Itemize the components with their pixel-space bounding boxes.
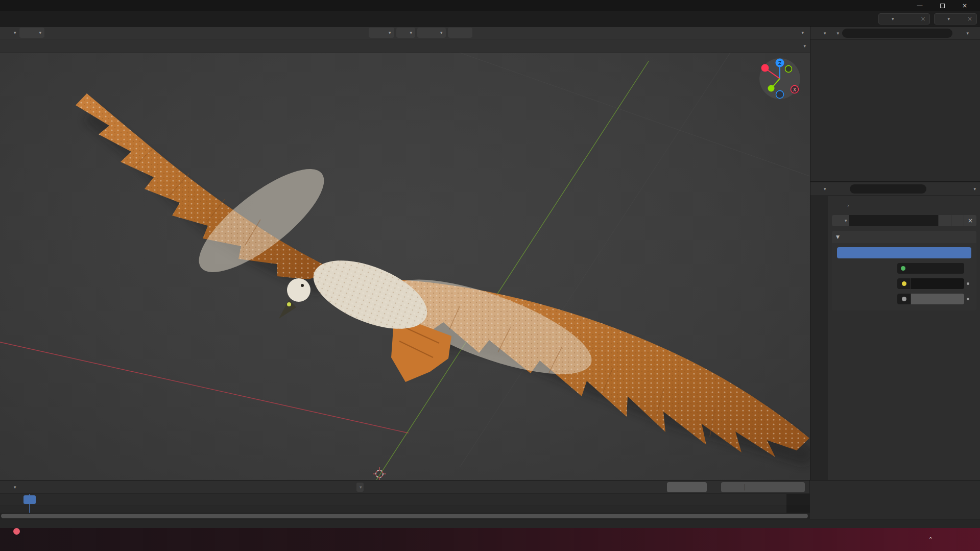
viewport-canvas[interactable]: Z X xyxy=(0,53,810,480)
transform-orientation[interactable]: ▾ xyxy=(369,28,394,38)
timeline-keyframe-band[interactable] xyxy=(0,506,810,513)
outliner-editor: ▾ ▾ ▾ xyxy=(810,27,980,181)
svg-text:Z: Z xyxy=(778,61,781,66)
windows-taskbar: ⌃ xyxy=(0,528,980,551)
unlink-world-button[interactable]: × xyxy=(964,215,976,226)
blender-logo-icon xyxy=(4,1,13,10)
blender-menu-icon[interactable] xyxy=(3,14,12,23)
new-world-button[interactable] xyxy=(951,215,964,226)
properties-search-input[interactable] xyxy=(850,184,926,194)
object-mode-icon xyxy=(22,28,32,37)
editor-type-icon[interactable] xyxy=(3,28,12,37)
new-scene-icon[interactable] xyxy=(909,14,918,23)
properties-editor-icon[interactable] xyxy=(813,184,822,194)
orientation-icon xyxy=(372,28,381,37)
cursor-3d xyxy=(373,467,386,480)
bird-model xyxy=(76,93,809,457)
pin-icon[interactable] xyxy=(900,14,909,23)
pivot-icon xyxy=(399,28,409,37)
navigation-gizmo[interactable]: Z X xyxy=(758,57,802,101)
outliner-search-input[interactable] xyxy=(842,29,952,38)
strength-field[interactable] xyxy=(911,294,964,304)
use-nodes-button[interactable] xyxy=(837,247,971,258)
proportional-editing[interactable] xyxy=(448,28,472,38)
current-frame-marker[interactable] xyxy=(23,495,36,504)
minimize-button[interactable]: — xyxy=(909,0,931,11)
gizmo-z-neg-axis xyxy=(776,91,784,99)
status-bar xyxy=(0,519,980,528)
world-name-field[interactable] xyxy=(849,215,938,226)
maximize-button[interactable] xyxy=(931,0,953,11)
x-axis-line xyxy=(0,342,409,433)
gizmo-y-neg-axis xyxy=(785,66,792,73)
view-layer-icon xyxy=(937,14,946,23)
tool-settings-bar: ▾ xyxy=(0,39,810,53)
options-dropdown[interactable]: ▾ xyxy=(802,43,806,49)
notification-badge xyxy=(13,528,20,535)
tray-chevron-icon[interactable]: ⌃ xyxy=(928,536,933,543)
color-swatch-field[interactable] xyxy=(911,278,964,289)
current-frame-field[interactable] xyxy=(667,482,707,492)
top-bar: ▾ × ▾ × xyxy=(0,11,980,27)
svg-text:X: X xyxy=(793,87,796,92)
frame-range-fields[interactable]: | xyxy=(721,482,805,492)
snapping[interactable]: ▾ xyxy=(417,28,446,38)
view-layer-selector[interactable]: ▾ × xyxy=(934,13,977,25)
animate-strength-dot[interactable] xyxy=(964,298,971,300)
mode-selector[interactable]: ▾ xyxy=(19,28,45,38)
delete-scene-icon[interactable]: × xyxy=(918,14,927,23)
outliner-display-mode-icon[interactable] xyxy=(813,29,822,38)
world-icon xyxy=(853,201,862,210)
browse-world-button[interactable]: ▾ xyxy=(832,215,849,226)
proportional-icon xyxy=(451,28,460,37)
falloff-icon xyxy=(460,28,469,37)
properties-editor: ▾ ▾ › ▾ × xyxy=(810,181,980,480)
snap-target-icon xyxy=(429,28,439,37)
outliner-filter-icon[interactable] xyxy=(955,29,965,38)
animate-color-dot[interactable] xyxy=(964,282,971,285)
timeline-editor: ▾ ▾ | xyxy=(0,480,980,519)
system-tray: ⌃ xyxy=(928,528,976,551)
outliner-filter-view-icon[interactable] xyxy=(826,29,835,38)
timeline-ruler[interactable] xyxy=(0,494,810,506)
title-bar: — × xyxy=(0,0,980,11)
gizmo-y-axis xyxy=(768,85,775,92)
color-socket[interactable] xyxy=(897,278,911,289)
world-icon xyxy=(834,216,843,225)
gizmo-x-neg-axis xyxy=(761,64,769,72)
breadcrumb: › xyxy=(832,199,976,211)
scene-3d xyxy=(0,53,810,480)
world-datablock-row: ▾ × xyxy=(832,214,976,227)
blender-window: — × ▾ × ▾ × ▾ ▾ xyxy=(0,0,980,551)
timeline-editor-icon[interactable] xyxy=(3,483,12,492)
new-view-layer-icon[interactable] xyxy=(956,14,965,23)
new-collection-icon[interactable] xyxy=(969,29,978,38)
delete-view-layer-icon[interactable]: × xyxy=(965,14,974,23)
scene-icon xyxy=(832,201,841,210)
viewport-header: ▾ ▾ ▾ ▾ ▾ ▾ xyxy=(0,27,810,39)
properties-tab-column xyxy=(810,196,828,480)
strength-socket[interactable] xyxy=(897,294,911,304)
surface-shader-dropdown[interactable] xyxy=(897,263,964,274)
auto-keying-button[interactable]: ▾ xyxy=(356,483,364,492)
scene-icon xyxy=(881,14,890,23)
surface-panel-header[interactable]: ▼ xyxy=(832,231,976,243)
pin-id-icon[interactable] xyxy=(967,201,976,210)
add-workspace-button[interactable] xyxy=(20,17,30,21)
right-panel-column: ▾ ▾ ▾ ▾ ▾ › xyxy=(810,27,980,480)
pivot-point[interactable]: ▾ xyxy=(396,28,416,38)
scene-selector[interactable]: ▾ × xyxy=(878,13,930,25)
fake-user-button[interactable] xyxy=(939,215,951,226)
magnet-icon xyxy=(420,28,429,37)
surface-panel: ▼ xyxy=(832,231,976,310)
close-button[interactable]: × xyxy=(953,0,976,11)
